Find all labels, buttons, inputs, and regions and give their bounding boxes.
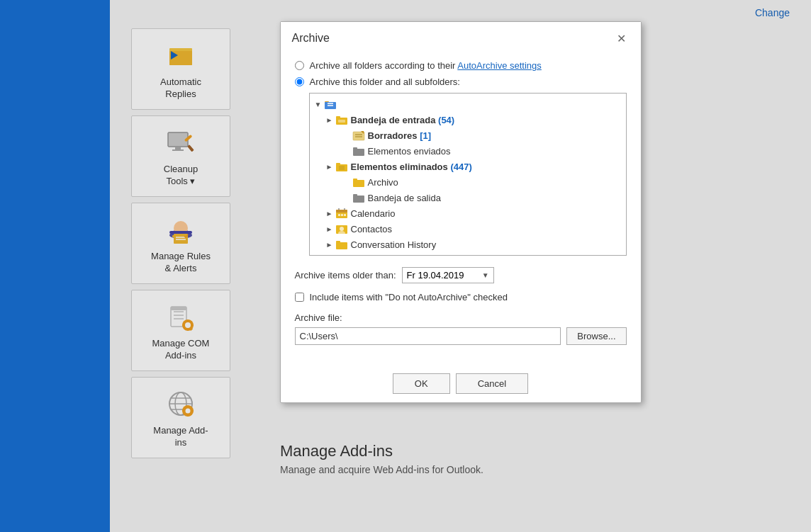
eliminados-label: Elementos eliminados (447): [351, 162, 472, 172]
expand-salida: [341, 192, 352, 203]
expand-conversation[interactable]: ►: [324, 239, 335, 250]
cancel-button[interactable]: Cancel: [456, 373, 528, 394]
expand-archivo: [341, 176, 352, 188]
dropdown-arrow-icon: ▼: [482, 271, 489, 279]
dialog-title: Archive: [292, 32, 330, 45]
expand-borradores: [341, 130, 352, 141]
tree-row-archivo[interactable]: Archivo: [310, 174, 615, 190]
salida-label: Bandeja de salida: [368, 193, 441, 203]
svg-rect-66: [338, 214, 340, 216]
expand-root[interactable]: ▼: [313, 98, 324, 110]
svg-rect-57: [339, 166, 345, 170]
radio-label-2[interactable]: Archive this folder and all subfolders:: [310, 77, 460, 87]
borradores-label: Borradores [1]: [368, 130, 432, 141]
radio-this-folder[interactable]: [295, 77, 304, 86]
archive-older-label: Archive items older than:: [295, 270, 396, 281]
archive-older-row: Archive items older than: Fr 19.04.2019 …: [295, 267, 627, 283]
calendar-icon: [335, 208, 348, 219]
svg-rect-61: [353, 194, 357, 196]
modal-overlay: Archive ✕ Archive all folders according …: [110, 0, 811, 532]
radio-row-1: Archive all folders according to their A…: [295, 60, 627, 71]
outbox-icon: [352, 192, 365, 203]
contactos-label: Contactos: [351, 224, 393, 234]
tree-row-calendario[interactable]: ► Calendario: [310, 205, 615, 221]
archivo-label: Archivo: [368, 177, 398, 188]
conversation-label: Conversation History: [351, 239, 437, 250]
trash-icon: [335, 161, 348, 172]
svg-rect-68: [344, 214, 346, 216]
bandeja-label: Bandeja de entrada (54): [351, 115, 455, 125]
dialog-close-button[interactable]: ✕: [614, 30, 630, 46]
tree-row-enviados[interactable]: Elementos enviados: [310, 143, 615, 159]
browse-button[interactable]: Browse...: [566, 327, 626, 345]
draft-icon: [352, 130, 365, 141]
svg-rect-63: [336, 210, 347, 213]
file-row: Browse...: [295, 327, 627, 345]
checkbox-row: Include items with "Do not AutoArchive" …: [295, 292, 627, 302]
expand-enviados: [341, 145, 352, 157]
svg-rect-47: [336, 116, 340, 118]
dialog-buttons: OK Cancel: [281, 368, 641, 402]
tree-row-borradores[interactable]: Borradores [1]: [310, 128, 615, 143]
tree-row-salida[interactable]: Bandeja de salida: [310, 190, 615, 205]
main-content: Change on vacation, or not archiving. ag…: [110, 0, 811, 532]
expand-bandeja[interactable]: ►: [324, 114, 335, 125]
svg-rect-53: [353, 149, 364, 156]
dialog-body: Archive all folders according to their A…: [281, 53, 641, 368]
svg-rect-58: [353, 180, 364, 187]
svg-rect-73: [336, 241, 340, 243]
calendario-label: Calendario: [351, 208, 396, 219]
tree-row-conversation[interactable]: ► Conversation History: [310, 237, 615, 252]
date-dropdown[interactable]: Fr 19.04.2019 ▼: [402, 267, 494, 283]
checkbox-label[interactable]: Include items with "Do not AutoArchive" …: [310, 292, 508, 302]
svg-point-70: [340, 227, 344, 231]
radio-row-2: Archive this folder and all subfolders:: [295, 77, 627, 87]
sent-icon: [352, 145, 365, 157]
radio-label-1[interactable]: Archive all folders according to their A…: [310, 60, 542, 71]
sidebar: [0, 0, 110, 532]
svg-rect-56: [336, 163, 340, 165]
expand-eliminados[interactable]: ►: [324, 161, 335, 172]
conversation-folder-icon: [335, 239, 348, 250]
root-icon: [324, 98, 337, 110]
svg-rect-49: [353, 132, 364, 140]
contacts-icon: [335, 223, 348, 234]
svg-rect-72: [336, 242, 347, 249]
svg-rect-67: [341, 214, 343, 216]
do-not-autoarchive-checkbox[interactable]: [295, 293, 304, 302]
archive-file-label: Archive file:: [295, 312, 627, 323]
svg-rect-54: [353, 147, 357, 149]
ok-button[interactable]: OK: [393, 373, 450, 394]
autoarchive-link[interactable]: AutoArchive settings: [457, 60, 542, 71]
archive-file-input[interactable]: [295, 327, 561, 345]
tree-row-root[interactable]: ▼: [310, 96, 615, 112]
tree-row-bandeja[interactable]: ► Bandeja de entrada (54): [310, 112, 615, 128]
svg-rect-60: [353, 196, 364, 203]
dialog-title-bar: Archive ✕: [281, 22, 641, 53]
date-value: Fr 19.04.2019: [407, 270, 464, 281]
expand-calendario[interactable]: ►: [324, 208, 335, 219]
folder-tree-container[interactable]: ▼ ►: [309, 93, 627, 256]
inbox-icon: [335, 114, 348, 125]
expand-contactos[interactable]: ►: [324, 223, 335, 234]
tree-row-contactos[interactable]: ► Contactos: [310, 221, 615, 237]
svg-rect-59: [353, 179, 357, 181]
radio-all-folders[interactable]: [295, 61, 304, 70]
archive-file-section: Archive file: Browse...: [295, 312, 627, 345]
svg-rect-48: [338, 120, 345, 123]
tree-row-eliminados[interactable]: ► Elementos eliminados (447): [310, 159, 615, 174]
folder-tree: ▼ ►: [310, 94, 626, 255]
enviados-label: Elementos enviados: [368, 146, 451, 157]
archivo-folder-icon: [352, 176, 365, 188]
archive-dialog: Archive ✕ Archive all folders according …: [280, 21, 642, 403]
